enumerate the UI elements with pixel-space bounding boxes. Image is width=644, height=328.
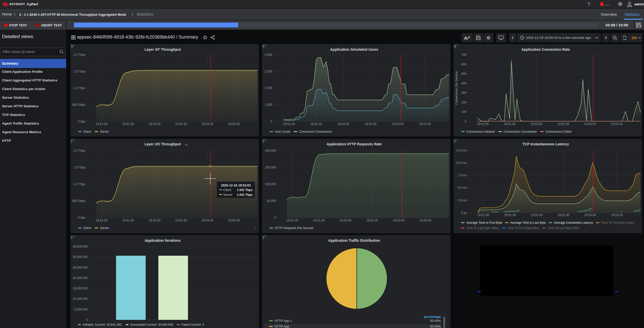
svg-text:Application Connection Rate: Application Connection Rate — [521, 47, 570, 51]
svg-text:20,000,000: 20,000,000 — [73, 276, 88, 280]
svg-text:19:52:00: 19:52:00 — [149, 219, 161, 222]
svg-text:19:51:30: 19:51:30 — [504, 213, 516, 217]
svg-text:19:53:30: 19:53:30 — [228, 219, 240, 222]
svg-text:TCP Instantaneous Latency: TCP Instantaneous Latency — [522, 142, 569, 146]
svg-text:Succeeded: Succeeded — [130, 323, 145, 326]
svg-text:Client: Client — [83, 226, 91, 230]
svg-text:200: 200 — [461, 101, 466, 104]
svg-text:19:51:00: 19:51:00 — [477, 213, 489, 217]
svg-text:i: i — [71, 236, 72, 239]
svg-text:100: 100 — [461, 110, 466, 114]
svg-text:150,000: 150,000 — [265, 166, 276, 169]
svg-text:1.0 Tbps: 1.0 Tbps — [74, 182, 85, 186]
svg-text:19:51:30: 19:51:30 — [310, 122, 322, 126]
svg-text:400: 400 — [461, 82, 466, 85]
svg-text:HTTP Requests Per Second: HTTP Requests Per Second — [275, 226, 313, 230]
svg-text:19:51:00: 19:51:00 — [96, 122, 108, 126]
svg-text:0: 0 — [271, 120, 272, 123]
svg-text:Average Connection Latency: Average Connection Latency — [554, 221, 593, 225]
svg-text:Application Simulated Users: Application Simulated Users — [330, 47, 378, 51]
svg-text:0: 0 — [274, 216, 276, 219]
svg-text:19:53:00: 19:53:00 — [584, 122, 596, 126]
svg-text:19:53:00: 19:53:00 — [202, 122, 214, 126]
svg-text:12.5 ms: 12.5 ms — [456, 149, 467, 152]
svg-text:1.0 Tbps: 1.0 Tbps — [74, 86, 85, 90]
svg-text:19:53:30: 19:53:30 — [228, 122, 240, 126]
svg-text:2,000: 2,000 — [265, 86, 272, 90]
svg-text:0 bps: 0 bps — [78, 216, 85, 219]
svg-text:Application Traffic Distributi: Application Traffic Distribution — [328, 238, 380, 243]
svg-text:19:51:00: 19:51:00 — [286, 219, 298, 222]
svg-text:1.541 Tbps: 1.541 Tbps — [237, 193, 253, 197]
svg-text:19:52:00: 19:52:00 — [531, 213, 543, 217]
svg-text:i: i — [263, 139, 264, 142]
svg-text:700: 700 — [461, 53, 466, 57]
svg-text:19:52:30: 19:52:30 — [175, 219, 187, 222]
svg-text:Layer 4/7 Throughput: Layer 4/7 Throughput — [144, 47, 181, 51]
svg-text:i: i — [263, 236, 264, 239]
svg-text:19:53:30: 19:53:30 — [419, 122, 431, 126]
svg-text:500: 500 — [461, 72, 466, 76]
svg-text:19:52:00: 19:52:00 — [337, 122, 349, 126]
svg-text:50.00%: 50.00% — [430, 325, 441, 328]
svg-text:Concurrent Connections: Concurrent Connections — [299, 130, 332, 133]
svg-text:Time To First Byte (Max): Time To First Byte (Max) — [601, 221, 634, 225]
svg-text:4,000: 4,000 — [265, 53, 272, 57]
svg-text:19:51:00: 19:51:00 — [96, 219, 108, 222]
svg-text:0: 0 — [465, 120, 466, 123]
svg-text:Application HTTP Requests Rate: Application HTTP Requests Rate — [327, 142, 382, 146]
svg-text:Server:: Server: — [223, 193, 233, 197]
svg-text:3,000: 3,000 — [265, 70, 272, 73]
svg-text:19:53:00: 19:53:00 — [392, 122, 404, 126]
svg-text:5.0 ms: 5.0 ms — [458, 186, 467, 189]
svg-text:1: 1 — [454, 45, 456, 48]
svg-text:HTTP App: HTTP App — [275, 325, 289, 328]
svg-text:500 Gbps: 500 Gbps — [72, 103, 85, 107]
svg-text:2.0 Tbps: 2.0 Tbps — [74, 53, 85, 57]
svg-text:7.5 ms: 7.5 ms — [458, 174, 467, 177]
svg-text:19:53:30: 19:53:30 — [420, 219, 431, 222]
svg-text:Layer 2/3 Throughput: Layer 2/3 Throughput — [144, 142, 181, 146]
svg-text:Current: 0: Current: 0 — [191, 323, 204, 326]
svg-text:Current: 30,640,943: Current: 30,640,943 — [146, 323, 173, 326]
svg-text:i: i — [71, 139, 72, 142]
svg-text:19:53:00: 19:53:00 — [584, 213, 596, 217]
svg-text:Average Time to Last Byte: Average Time to Last Byte — [510, 221, 546, 225]
svg-text:5,000,000: 5,000,000 — [74, 308, 88, 311]
svg-text:Client:: Client: — [223, 188, 232, 192]
svg-text:User Count: User Count — [275, 130, 290, 133]
svg-text:HTTP App 1: HTTP App 1 — [275, 319, 292, 323]
svg-text:Current: 30,642,362: Current: 30,642,362 — [95, 323, 122, 326]
svg-text:1: 1 — [263, 45, 264, 48]
svg-text:25,000,000: 25,000,000 — [73, 266, 88, 269]
svg-text:Connections Succeeded: Connections Succeeded — [504, 130, 537, 133]
svg-text:50,000: 50,000 — [267, 199, 276, 203]
svg-text:Client: Client — [83, 130, 91, 133]
svg-text:1,000: 1,000 — [265, 103, 272, 107]
svg-text:Connections Failed: Connections Failed — [545, 130, 572, 133]
svg-text:100,000: 100,000 — [265, 182, 276, 186]
svg-text:50.00%: 50.00% — [430, 319, 441, 323]
svg-text:500 Gbps: 500 Gbps — [72, 199, 85, 203]
svg-text:35,000,000: 35,000,000 — [73, 245, 88, 248]
svg-text:19:51:00: 19:51:00 — [477, 122, 489, 126]
svg-text:Initiated: Initiated — [83, 323, 93, 326]
svg-text:19:51:30: 19:51:30 — [313, 219, 325, 222]
svg-text:1.5 Tbps: 1.5 Tbps — [74, 166, 85, 169]
svg-text:Time To Last Byte (Min): Time To Last Byte (Min) — [547, 226, 579, 230]
svg-text:19:52:30: 19:52:30 — [366, 219, 378, 222]
svg-text:Server: Server — [100, 130, 109, 133]
svg-text:2.5 ms: 2.5 ms — [458, 199, 467, 202]
svg-text:19:51:00: 19:51:00 — [283, 122, 295, 126]
svg-text:1: 1 — [71, 45, 73, 48]
svg-text:15,000,000: 15,000,000 — [73, 287, 88, 290]
svg-text:19:51:30: 19:51:30 — [122, 219, 134, 222]
svg-text:19:53:30: 19:53:30 — [611, 122, 623, 126]
svg-text:10,000,000: 10,000,000 — [73, 297, 88, 301]
svg-text:19:52:30: 19:52:30 — [175, 122, 187, 126]
svg-text:19:52:30: 19:52:30 — [365, 122, 376, 126]
svg-text:0: 0 — [86, 318, 88, 322]
svg-text:19:51:30: 19:51:30 — [504, 122, 516, 126]
svg-text:19:51:30: 19:51:30 — [122, 122, 134, 126]
svg-text:Connections Initiated: Connections Initiated — [466, 130, 495, 133]
